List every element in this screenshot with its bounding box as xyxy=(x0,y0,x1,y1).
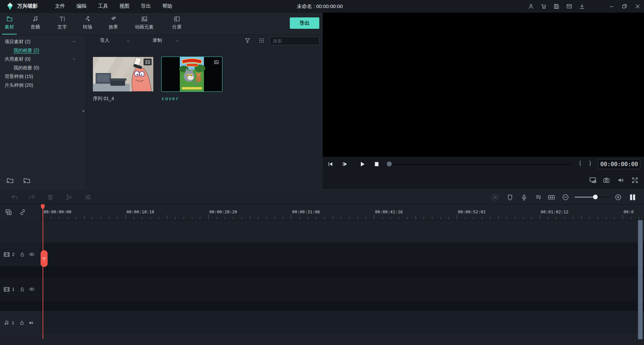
text-icon xyxy=(59,15,66,22)
import-chevron-icon[interactable] xyxy=(126,39,130,43)
sidebar-item-my-album-project[interactable]: 我的相册 (2) xyxy=(0,46,86,55)
grid-view-icon[interactable] xyxy=(258,37,265,45)
menu-file[interactable]: 文件 xyxy=(53,2,67,10)
link-clips-button[interactable] xyxy=(19,209,26,216)
tab-effects[interactable]: 效果 xyxy=(109,15,118,30)
menu-export[interactable]: 导出 xyxy=(139,2,153,10)
media-item-sequence[interactable]: 序列 01_4 xyxy=(93,57,153,102)
add-track-button[interactable] xyxy=(5,208,12,216)
playhead-line[interactable] xyxy=(43,204,43,339)
redo-button[interactable] xyxy=(28,193,36,201)
music-note-icon xyxy=(32,15,39,22)
timeline-body: 2 1 xyxy=(0,204,644,345)
split-scissors-button[interactable] xyxy=(65,193,73,201)
sidebar-item-background-samples[interactable]: 背景样例 (15) xyxy=(0,72,86,81)
minimize-button[interactable] xyxy=(608,3,615,10)
export-button[interactable]: 导出 xyxy=(290,17,319,29)
chevron-down-icon[interactable] xyxy=(72,57,76,61)
playhead-scissors-handle[interactable] xyxy=(41,250,48,267)
mark-in-out-buttons[interactable]: { } xyxy=(579,160,594,166)
previous-frame-button[interactable] xyxy=(327,160,334,168)
tab-text[interactable]: 文字 xyxy=(57,15,67,30)
volume-icon[interactable] xyxy=(617,176,625,184)
sequence-thumbnail[interactable] xyxy=(93,57,153,91)
snapshot-camera-icon[interactable] xyxy=(602,176,610,184)
media-item-label: 序列 01_4 xyxy=(93,96,153,102)
sidebar-item-project-media[interactable]: 项目素材 (2) xyxy=(0,37,86,46)
audio-track-1-lane[interactable] xyxy=(41,311,644,335)
voiceover-mic-button[interactable] xyxy=(520,193,528,201)
account-icon[interactable] xyxy=(527,3,535,10)
sidebar-item-intro-samples[interactable]: 片头样例 (20) xyxy=(0,81,86,89)
preview-pane: { } 00:00:00:00 xyxy=(323,13,644,189)
record-button[interactable]: 录制 xyxy=(153,38,162,44)
record-chevron-icon[interactable] xyxy=(175,39,179,43)
zoom-slider-handle[interactable] xyxy=(593,195,598,199)
ruler-timestamp: 00:00:41:16 xyxy=(375,209,403,214)
play-button[interactable] xyxy=(359,160,366,168)
folder-icon xyxy=(6,15,13,22)
video-track-2-lane[interactable] xyxy=(41,243,644,266)
app-name: 万兴喵影 xyxy=(17,3,38,9)
transport-bar: { } 00:00:00:00 xyxy=(323,157,644,171)
menu-help[interactable]: 帮助 xyxy=(160,2,174,10)
preview-viewport[interactable] xyxy=(323,13,644,157)
lock-track-button[interactable] xyxy=(19,252,25,257)
audio-mixer-button[interactable] xyxy=(534,193,542,201)
render-preview-button[interactable] xyxy=(491,193,499,201)
sidebar-item-my-album-shared[interactable]: 我的相册 (0) xyxy=(0,63,86,72)
sidebar-item-shared-media[interactable]: 共用素材 (0) xyxy=(0,55,86,63)
chevron-down-icon[interactable] xyxy=(72,40,76,44)
zoom-out-button[interactable] xyxy=(561,193,570,201)
timeline-ruler[interactable]: 00:00:00:0000:00:10:1000:00:20:2000:00:3… xyxy=(0,204,644,220)
cover-thumbnail[interactable] xyxy=(162,57,222,91)
adjust-properties-button[interactable] xyxy=(84,193,92,201)
seek-bar[interactable] xyxy=(392,164,570,165)
video-track-icon xyxy=(3,286,10,293)
split-screen-icon xyxy=(173,15,180,22)
titlebar: 万兴喵影 文件 编辑 工具 视图 导出 帮助 未命名 : 00:00:00:00 xyxy=(0,0,644,13)
track-controls-cell xyxy=(0,204,41,220)
tab-elements[interactable]: 动画元素 xyxy=(135,15,154,30)
download-icon[interactable] xyxy=(578,3,586,10)
lock-track-button[interactable] xyxy=(19,286,25,292)
panel-collapse-handle[interactable]: ◂ xyxy=(82,108,84,113)
timecode-display[interactable]: 00:00:00:00 xyxy=(598,159,640,169)
import-button[interactable]: 导入 xyxy=(100,38,109,44)
close-button[interactable] xyxy=(634,3,641,10)
fullscreen-icon[interactable] xyxy=(631,176,639,184)
delete-folder-button[interactable] xyxy=(23,177,31,185)
tab-splitscreen[interactable]: 分屏 xyxy=(172,15,181,30)
display-settings-icon[interactable] xyxy=(589,176,597,184)
zoom-in-button[interactable] xyxy=(614,193,622,201)
tab-transitions[interactable]: 转场 xyxy=(83,15,92,30)
fit-timeline-button[interactable] xyxy=(547,193,555,201)
timeline-zoom-slider[interactable] xyxy=(575,197,609,198)
mute-track-button[interactable] xyxy=(28,320,34,326)
timeline-vertical-scrollbar[interactable] xyxy=(638,220,643,339)
menu-edit[interactable]: 编辑 xyxy=(74,2,89,10)
menu-tools[interactable]: 工具 xyxy=(96,2,110,10)
restore-button[interactable] xyxy=(621,3,628,10)
menu-view[interactable]: 视图 xyxy=(117,2,131,10)
store-cart-icon[interactable] xyxy=(540,3,547,10)
toggle-track-visibility-button[interactable] xyxy=(29,286,35,292)
save-icon[interactable] xyxy=(553,3,560,10)
delete-button[interactable] xyxy=(46,193,54,201)
tab-media[interactable]: 素材 xyxy=(5,15,14,30)
filter-icon[interactable] xyxy=(244,37,251,44)
seek-handle[interactable] xyxy=(387,161,392,166)
add-folder-button[interactable] xyxy=(6,177,14,185)
media-item-cover[interactable]: cover xyxy=(162,57,222,101)
toggle-track-visibility-button[interactable] xyxy=(29,251,35,258)
lock-track-button[interactable] xyxy=(19,320,25,326)
stop-button[interactable] xyxy=(373,160,380,168)
track-manager-button[interactable] xyxy=(629,193,637,201)
undo-button[interactable] xyxy=(10,193,18,201)
feedback-mail-icon[interactable] xyxy=(566,3,573,10)
tab-audio[interactable]: 音频 xyxy=(31,15,40,30)
video-track-1-lane[interactable] xyxy=(41,277,644,301)
next-frame-button[interactable] xyxy=(341,160,348,168)
marker-button[interactable] xyxy=(506,193,514,201)
audio-track-icon xyxy=(3,320,10,326)
